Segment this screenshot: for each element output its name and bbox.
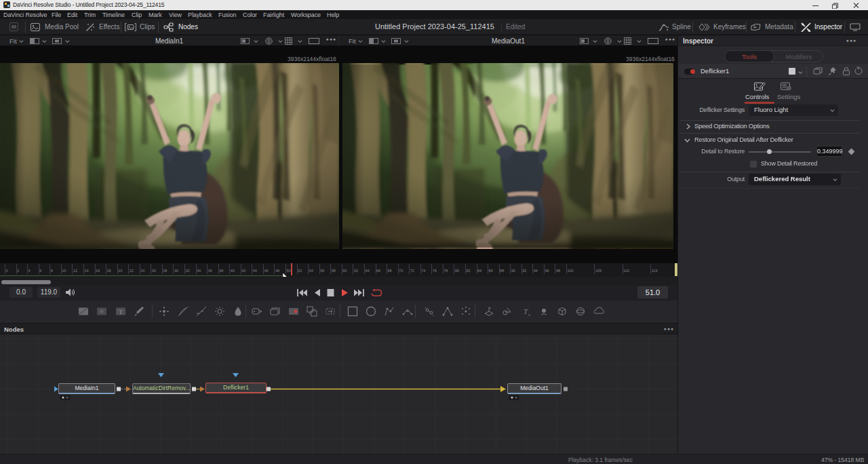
- svg-text:T: T: [119, 309, 123, 315]
- svg-text:T: T: [524, 307, 528, 315]
